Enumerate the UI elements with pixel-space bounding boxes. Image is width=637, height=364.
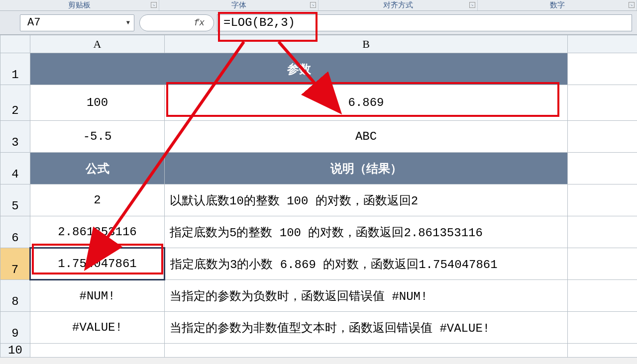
cell-A3[interactable]: -5.5 <box>30 121 165 153</box>
cell-C5[interactable] <box>568 184 637 216</box>
column-headers: A B <box>0 35 637 53</box>
row-header-8[interactable]: 8 <box>0 280 30 312</box>
col-header-A[interactable]: A <box>30 35 165 53</box>
row-5: 5 2 以默认底数10的整数 100 的对数，函数返回2 <box>0 184 637 216</box>
name-box[interactable]: A7 ▼ <box>20 14 134 31</box>
ribbon-label: 对齐方式 <box>383 1 413 10</box>
cell-C7[interactable] <box>568 248 637 280</box>
cell-B7[interactable]: 指定底数为3的小数 6.869 的对数，函数返回1.754047861 <box>165 248 568 280</box>
select-all-corner[interactable] <box>0 35 30 53</box>
cell-B9[interactable]: 当指定的参数为非数值型文本时，函数返回错误值 #VALUE! <box>165 312 568 344</box>
row-6: 6 2.861353116 指定底数为5的整数 100 的对数，函数返回2.86… <box>0 216 637 248</box>
cell-B6[interactable]: 指定底数为5的整数 100 的对数，函数返回2.861353116 <box>165 216 568 248</box>
ribbon-groups: 剪贴板 ↘ 字体 ↘ 对齐方式 ↘ 数字 ↘ <box>0 0 637 11</box>
row-2: 2 100 6.869 <box>0 85 637 121</box>
ribbon-label: 字体 <box>231 1 246 10</box>
cell-B3[interactable]: ABC <box>165 121 568 153</box>
row-header-1[interactable]: 1 <box>0 53 30 85</box>
row-header-4[interactable]: 4 <box>0 153 30 184</box>
dialog-launcher-icon[interactable]: ↘ <box>629 2 635 8</box>
row-header-10[interactable]: 10 <box>0 344 30 358</box>
row-1: 1 参数 <box>0 53 637 85</box>
cell-A7[interactable]: 1.754047861 <box>30 248 165 280</box>
cell-B8[interactable]: 当指定的参数为负数时，函数返回错误值 #NUM! <box>165 280 568 312</box>
row-3: 3 -5.5 ABC <box>0 121 637 153</box>
formula-bar[interactable]: =LOG(B2,3) <box>217 14 632 31</box>
cell-C9[interactable] <box>568 312 637 344</box>
cell-A5[interactable]: 2 <box>30 184 165 216</box>
cell-A6[interactable]: 2.861353116 <box>30 216 165 248</box>
fx-label: fx <box>194 18 205 28</box>
col-header-blank[interactable] <box>568 35 637 53</box>
cell-C1[interactable] <box>568 53 637 85</box>
ribbon-group-number[interactable]: 数字 ↘ <box>478 0 637 10</box>
formula-text: =LOG(B2,3) <box>223 16 295 29</box>
ribbon-group-clipboard[interactable]: 剪贴板 ↘ <box>0 0 159 10</box>
dialog-launcher-icon[interactable]: ↘ <box>310 2 316 8</box>
row-9: 9 #VALUE! 当指定的参数为非数值型文本时，函数返回错误值 #VALUE! <box>0 312 637 344</box>
dialog-launcher-icon[interactable]: ↘ <box>469 2 475 8</box>
row-header-3[interactable]: 3 <box>0 121 30 153</box>
cell-A9[interactable]: #VALUE! <box>30 312 165 344</box>
cell-A1B1-merged[interactable]: 参数 <box>30 53 568 85</box>
row-header-9[interactable]: 9 <box>0 312 30 344</box>
ribbon-group-font[interactable]: 字体 ↘ <box>159 0 318 10</box>
formula-bar-row: A7 ▼ fx =LOG(B2,3) <box>0 11 637 35</box>
cell-A2[interactable]: 100 <box>30 85 165 121</box>
cell-B5[interactable]: 以默认底数10的整数 100 的对数，函数返回2 <box>165 184 568 216</box>
name-box-value: A7 <box>27 16 40 29</box>
chevron-down-icon[interactable]: ▼ <box>126 19 130 26</box>
row-header-5[interactable]: 5 <box>0 184 30 216</box>
row-10: 10 <box>0 344 637 358</box>
row-7: 7 1.754047861 指定底数为3的小数 6.869 的对数，函数返回1.… <box>0 248 637 280</box>
cell-C3[interactable] <box>568 121 637 153</box>
ribbon-label: 数字 <box>550 1 565 10</box>
col-header-B[interactable]: B <box>165 35 568 53</box>
cell-C2[interactable] <box>568 85 637 121</box>
cell-B10[interactable] <box>165 344 568 358</box>
row-4: 4 公式 说明（结果） <box>0 153 637 184</box>
cell-C6[interactable] <box>568 216 637 248</box>
insert-function-button[interactable]: fx <box>139 14 214 31</box>
cell-A4[interactable]: 公式 <box>30 153 165 184</box>
cell-B2[interactable]: 6.869 <box>165 85 568 121</box>
cell-C10[interactable] <box>568 344 637 358</box>
row-header-6[interactable]: 6 <box>0 216 30 248</box>
cell-A10[interactable] <box>30 344 165 358</box>
cell-B4[interactable]: 说明（结果） <box>165 153 568 184</box>
cell-A8[interactable]: #NUM! <box>30 280 165 312</box>
spreadsheet-grid[interactable]: A B 1 参数 2 100 6.869 3 -5.5 ABC 4 公式 说明（… <box>0 35 637 358</box>
cell-C4[interactable] <box>568 153 637 184</box>
dialog-launcher-icon[interactable]: ↘ <box>151 2 157 8</box>
ribbon-group-alignment[interactable]: 对齐方式 ↘ <box>318 0 478 10</box>
ribbon-label: 剪贴板 <box>68 1 91 10</box>
row-header-2[interactable]: 2 <box>0 85 30 121</box>
row-header-7[interactable]: 7 <box>0 248 30 280</box>
row-8: 8 #NUM! 当指定的参数为负数时，函数返回错误值 #NUM! <box>0 280 637 312</box>
cell-C8[interactable] <box>568 280 637 312</box>
